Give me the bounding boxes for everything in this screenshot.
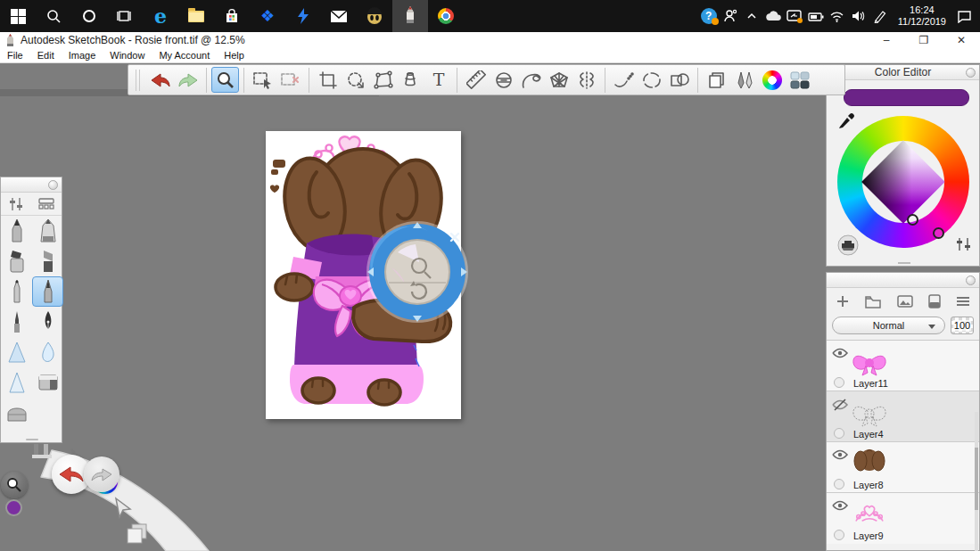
layer-row-layer8[interactable]: Layer8 xyxy=(827,442,979,493)
visibility-eye-icon[interactable] xyxy=(832,449,848,460)
brush-settings-icon[interactable] xyxy=(8,197,24,211)
visibility-eye-icon[interactable] xyxy=(832,348,848,358)
minimize-button[interactable]: – xyxy=(868,32,905,48)
french-curve-button[interactable] xyxy=(517,67,545,93)
brush-inking-pen[interactable] xyxy=(32,276,63,307)
distort-tool-button[interactable] xyxy=(369,67,397,93)
visibility-hidden-icon[interactable] xyxy=(832,399,848,411)
color-sliders-icon[interactable] xyxy=(955,236,973,252)
task-view-button[interactable] xyxy=(107,0,143,32)
brush-fine-pen[interactable] xyxy=(1,307,32,337)
steady-stroke-button[interactable] xyxy=(610,67,638,93)
brush-library-button[interactable] xyxy=(730,67,758,93)
brush-flat[interactable] xyxy=(32,246,63,276)
blend-mode-dropdown[interactable]: Normal xyxy=(832,317,945,334)
tray-people[interactable] xyxy=(720,0,741,32)
layer-row-layer9[interactable]: Layer9 xyxy=(827,493,979,544)
tray-action-center[interactable] xyxy=(953,0,975,32)
taskbar-clock[interactable]: 16:24 11/12/2019 xyxy=(891,4,953,28)
diamond-selector[interactable] xyxy=(907,214,918,226)
menu-file[interactable]: File xyxy=(0,50,30,61)
copic-library-button[interactable] xyxy=(786,67,813,93)
brush-nib-pen[interactable] xyxy=(32,307,63,337)
ruler-tool-button[interactable] xyxy=(462,67,490,93)
tray-wifi[interactable] xyxy=(827,0,848,32)
add-image-icon[interactable] xyxy=(897,295,913,308)
tray-onedrive[interactable] xyxy=(762,0,784,32)
text-tool-button[interactable]: T xyxy=(424,67,452,93)
layers-panel-orb-button[interactable] xyxy=(966,276,976,285)
perspective-tool-button[interactable] xyxy=(545,67,572,93)
brush-hard-eraser[interactable] xyxy=(32,367,63,398)
color-wheel-button[interactable] xyxy=(758,67,786,93)
brush-airbrush[interactable] xyxy=(1,337,32,367)
brush-pencil[interactable] xyxy=(1,216,32,246)
tray-pen[interactable] xyxy=(869,0,891,32)
hue-selector[interactable] xyxy=(933,227,944,239)
tray-battery[interactable] xyxy=(805,0,827,32)
layer-folder-icon[interactable] xyxy=(865,295,881,308)
layer-menu-icon[interactable] xyxy=(956,296,970,307)
zoom-tool-button[interactable] xyxy=(211,67,239,93)
close-button[interactable]: ✕ xyxy=(943,32,980,48)
brush-marker[interactable] xyxy=(1,246,32,276)
brush-smudge[interactable] xyxy=(32,337,63,367)
brush-ballpoint[interactable] xyxy=(1,276,32,307)
current-color-swatch[interactable] xyxy=(844,89,969,106)
restore-button[interactable]: ❐ xyxy=(905,32,943,48)
ellipse-tool-button[interactable] xyxy=(638,67,665,93)
select-tool-button[interactable] xyxy=(249,67,276,93)
taskbar-edge[interactable]: e xyxy=(143,0,178,32)
start-button[interactable] xyxy=(0,0,36,32)
transform-tool-button[interactable] xyxy=(342,67,369,93)
lagoon-cursor-icon[interactable] xyxy=(112,497,134,520)
brush-palette-orb-button[interactable] xyxy=(48,180,58,190)
mirror-tool-button[interactable] xyxy=(490,67,517,93)
brush-chisel-marker[interactable] xyxy=(32,216,63,246)
search-button[interactable] xyxy=(36,0,71,32)
menu-my-account[interactable]: My Account xyxy=(152,50,217,61)
copic-colors-icon[interactable] xyxy=(836,234,860,256)
taskbar-app-lightning[interactable] xyxy=(285,0,321,32)
taskbar-store[interactable] xyxy=(214,0,250,32)
background-layer-icon[interactable] xyxy=(928,294,941,308)
layers-scrollbar[interactable] xyxy=(975,412,978,551)
taskbar-mail[interactable] xyxy=(321,0,357,32)
fill-tool-button[interactable] xyxy=(397,67,424,93)
color-editor-orb-button[interactable] xyxy=(966,68,976,78)
hue-ring[interactable] xyxy=(837,116,969,248)
cortana-button[interactable] xyxy=(71,0,107,32)
visibility-eye-icon[interactable] xyxy=(832,500,848,511)
tray-screen-share[interactable] xyxy=(784,0,805,32)
menu-window[interactable]: Window xyxy=(103,50,152,61)
menu-help[interactable]: Help xyxy=(217,50,251,61)
taskbar-sketchbook[interactable] xyxy=(392,0,428,32)
tray-help[interactable]: ? xyxy=(698,0,720,32)
layer-opacity-field[interactable]: 100 xyxy=(951,317,974,334)
toolbar-grip[interactable] xyxy=(136,70,140,91)
window-titlebar[interactable]: Autodesk SketchBook - Rosie front.tif @ … xyxy=(0,32,980,48)
taskbar-bendy[interactable] xyxy=(357,0,392,32)
menu-image[interactable]: Image xyxy=(62,50,103,61)
crop-tool-button[interactable] xyxy=(314,67,342,93)
layer-radio[interactable] xyxy=(834,530,844,540)
deselect-tool-button[interactable] xyxy=(276,67,304,93)
layer-row-layer11[interactable]: Layer11 xyxy=(827,341,979,391)
lagoon-zoom-chip[interactable] xyxy=(1,472,28,498)
layer-radio[interactable] xyxy=(834,377,844,388)
undo-button[interactable] xyxy=(146,67,174,93)
taskbar-dropbox[interactable]: ❖ xyxy=(250,0,285,32)
add-layer-icon[interactable] xyxy=(836,294,850,308)
brush-library-grid-icon[interactable] xyxy=(38,198,54,210)
shapes-tool-button[interactable] xyxy=(665,67,693,93)
panel-resize-handle[interactable] xyxy=(898,262,910,264)
menu-edit[interactable]: Edit xyxy=(30,50,62,61)
lagoon-layers-icon[interactable] xyxy=(125,522,148,546)
lagoon-redo-button[interactable] xyxy=(84,456,119,492)
symmetry-tool-button[interactable] xyxy=(572,67,600,93)
zoom-puck[interactable] xyxy=(362,217,473,327)
layer-radio[interactable] xyxy=(834,428,844,439)
taskbar-file-explorer[interactable] xyxy=(178,0,214,32)
tray-show-hidden[interactable] xyxy=(741,0,762,32)
tray-volume[interactable] xyxy=(848,0,869,32)
